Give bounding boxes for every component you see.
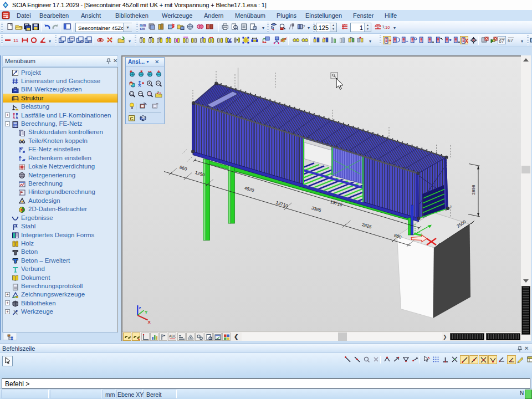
svg-text:ABC: ABC — [169, 334, 176, 338]
svg-text:X: X — [148, 320, 151, 325]
svg-text:3385: 3385 — [311, 206, 322, 213]
svg-text:C: C — [130, 116, 134, 121]
svg-text:z: z — [139, 305, 141, 310]
svg-text:67: 67 — [499, 38, 505, 44]
svg-text:860: 860 — [179, 165, 188, 172]
svg-text:Y: Y — [145, 310, 148, 315]
svg-text:R: R — [149, 92, 151, 95]
svg-text:?: ? — [303, 24, 305, 29]
svg-text:67: 67 — [508, 38, 514, 43]
svg-text::10: :10 — [384, 25, 390, 30]
svg-text:2898: 2898 — [471, 185, 476, 195]
svg-text:cm: cm — [140, 27, 146, 30]
svg-text:4520: 4520 — [244, 186, 255, 193]
svg-text:11: 11 — [13, 38, 18, 43]
svg-text:2825: 2825 — [361, 222, 372, 230]
svg-text:12: 12 — [158, 37, 162, 40]
